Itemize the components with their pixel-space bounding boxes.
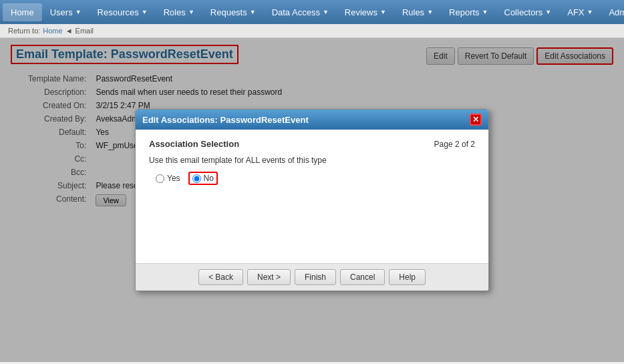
modal-body: Association Selection Page 2 of 2 Use th… (136, 130, 488, 263)
breadcrumb-separator: ◄ (65, 27, 73, 35)
navbar: Home Users ▼ Resources ▼ Roles ▼ Request… (0, 0, 624, 24)
chevron-down-icon: ▼ (142, 9, 148, 15)
chevron-down-icon: ▼ (188, 9, 194, 15)
radio-yes-option[interactable]: Yes (156, 174, 180, 183)
nav-users[interactable]: Users ▼ (42, 3, 90, 21)
modal-instruction: Use this email template for ALL events o… (149, 156, 475, 165)
chevron-down-icon: ▼ (545, 9, 551, 15)
modal-overlay: Edit Associations: PasswordResetEvent ✕ … (0, 38, 624, 362)
chevron-down-icon: ▼ (323, 9, 329, 15)
chevron-down-icon: ▼ (380, 9, 386, 15)
modal-close-button[interactable]: ✕ (470, 114, 482, 126)
chevron-down-icon: ▼ (482, 9, 488, 15)
nav-requests[interactable]: Requests ▼ (202, 3, 264, 21)
section-title: Association Selection (149, 139, 239, 149)
chevron-down-icon: ▼ (427, 9, 433, 15)
radio-group: Yes No (156, 172, 475, 185)
radio-yes-input[interactable] (156, 174, 164, 183)
nav-data-access[interactable]: Data Access ▼ (264, 3, 337, 21)
back-button[interactable]: < Back (198, 269, 243, 285)
modal-section-header: Association Selection Page 2 of 2 (149, 139, 475, 149)
nav-rules[interactable]: Rules ▼ (394, 3, 441, 21)
breadcrumb-home[interactable]: Home (43, 27, 62, 35)
nav-collectors[interactable]: Collectors ▼ (496, 3, 560, 21)
next-button[interactable]: Next > (247, 269, 291, 285)
radio-no-label: No (204, 174, 214, 183)
modal-header: Edit Associations: PasswordResetEvent ✕ (136, 110, 488, 130)
nav-roles[interactable]: Roles ▼ (156, 3, 202, 21)
breadcrumb: Return to: Home ◄ Email (0, 24, 624, 38)
breadcrumb-return-label: Return to: (8, 27, 40, 35)
finish-button[interactable]: Finish (295, 269, 336, 285)
chevron-down-icon: ▼ (587, 9, 593, 15)
nav-admin[interactable]: Admin ▼ (601, 3, 624, 21)
modal-footer: < Back Next > Finish Cancel Help (136, 263, 488, 291)
chevron-down-icon: ▼ (75, 9, 82, 15)
nav-reports[interactable]: Reports ▼ (441, 3, 496, 21)
page-content: Email Template: PasswordResetEvent Edit … (0, 38, 624, 362)
modal-title: Edit Associations: PasswordResetEvent (142, 115, 309, 125)
help-button[interactable]: Help (389, 269, 426, 285)
breadcrumb-current: Email (75, 27, 94, 35)
chevron-down-icon: ▼ (250, 9, 256, 15)
edit-associations-modal: Edit Associations: PasswordResetEvent ✕ … (135, 109, 489, 291)
nav-resources[interactable]: Resources ▼ (90, 3, 156, 21)
page-info: Page 2 of 2 (434, 140, 475, 149)
nav-reviews[interactable]: Reviews ▼ (337, 3, 394, 21)
radio-no-input[interactable] (192, 174, 201, 183)
radio-no-option[interactable]: No (188, 172, 218, 185)
nav-home[interactable]: Home (3, 3, 42, 21)
nav-afx[interactable]: AFX ▼ (559, 3, 601, 21)
cancel-button[interactable]: Cancel (340, 269, 385, 285)
radio-yes-label: Yes (167, 174, 180, 183)
